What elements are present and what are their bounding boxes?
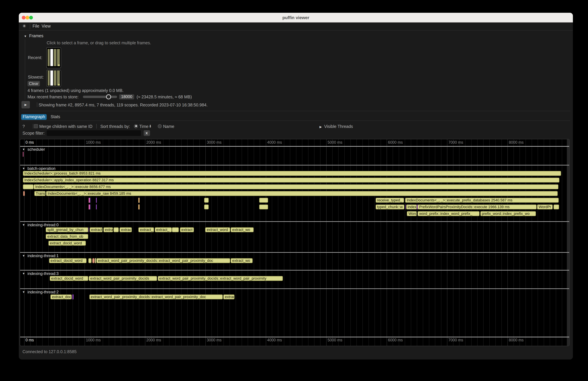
help-button[interactable]: ? (22, 124, 25, 129)
scope-span[interactable]: IndexDocuments<_, _>::execute_prefix_dat… (405, 198, 559, 203)
scope-span[interactable]: extract_ (155, 227, 172, 232)
thread-header-batch-operation[interactable]: ▼batch-operation (22, 166, 56, 171)
max-frames-slider[interactable] (83, 96, 117, 98)
scope-span[interactable] (88, 258, 91, 263)
scope-span[interactable] (90, 198, 90, 203)
sort-direction-icon[interactable]: ⬇ (149, 124, 152, 128)
scope-span[interactable] (23, 191, 25, 196)
slowest-frame-thumbnail[interactable] (46, 70, 61, 87)
sun-icon[interactable]: ✳ (22, 23, 26, 28)
scope-span[interactable]: Trans (34, 191, 46, 196)
frame-bar[interactable] (57, 49, 60, 66)
scope-span[interactable]: split_grenad_by_chun (46, 227, 88, 232)
scope-span[interactable]: extract_doc (50, 294, 72, 299)
scope-span[interactable] (23, 152, 23, 157)
sort-time-label[interactable]: Time (139, 124, 148, 129)
flamegraph-panel[interactable]: 0 ms0 ms1000 ms1000 ms2000 ms2000 ms3000… (20, 139, 569, 346)
scope-span[interactable] (88, 198, 90, 203)
scope-span[interactable]: IndexDocuments<_, _>::execute 8656.677 m… (34, 184, 558, 189)
frame-bar[interactable] (47, 49, 49, 66)
scope-span[interactable] (113, 227, 119, 232)
sort-name-label[interactable]: Name (163, 124, 174, 129)
scope-span[interactable]: extract (89, 227, 103, 232)
scope-span[interactable] (553, 204, 559, 210)
menu-file[interactable]: File (33, 24, 39, 28)
scope-span[interactable] (138, 204, 140, 210)
recent-frame-thumbnail[interactable] (46, 47, 61, 68)
thread-header-scheduler[interactable]: ▼scheduler (22, 147, 45, 152)
close-button[interactable] (22, 16, 25, 19)
scope-span[interactable]: IndexScheduler>::apply_index_operation 8… (23, 178, 559, 183)
scope-span[interactable] (88, 204, 90, 210)
scope-span[interactable] (259, 198, 268, 203)
scope-span[interactable]: PrefixWordPairsProximityDocids::execute … (418, 204, 537, 210)
max-frames-value[interactable]: 18000 (119, 94, 134, 99)
thread-header-indexing-thread:1[interactable]: ▼indexing-thread:1 (22, 254, 59, 258)
scope-span[interactable] (95, 258, 96, 263)
scope-span[interactable]: extrac (120, 227, 132, 232)
scope-span[interactable]: WordPr (537, 204, 553, 210)
visible-threads-header[interactable]: ▶ Visible Threads (319, 124, 353, 129)
scope-span[interactable]: extra (103, 227, 113, 232)
scope-span[interactable]: index (406, 204, 417, 210)
scope-span[interactable]: extract_docid_word (49, 258, 86, 263)
scope-span[interactable]: extrac (223, 294, 235, 299)
scope-span[interactable] (90, 204, 90, 210)
slider-handle[interactable] (106, 94, 111, 99)
tab-flamegraph[interactable]: Flamegraph (21, 114, 47, 120)
frame-bar[interactable] (54, 70, 56, 85)
scope-span[interactable] (96, 198, 97, 203)
scope-span[interactable] (92, 258, 95, 263)
scope-span[interactable]: extract_wo (231, 227, 253, 232)
maximize-button[interactable] (29, 16, 33, 19)
clear-button[interactable]: Clear (27, 81, 40, 86)
frame-bar[interactable] (50, 49, 53, 66)
scope-span[interactable] (204, 198, 209, 203)
thread-header-indexing-thread:3[interactable]: ▼indexing-thread:3 (22, 271, 59, 276)
scope-span[interactable] (417, 204, 417, 210)
merge-label[interactable]: Merge children with same ID (39, 124, 92, 129)
scope-span[interactable]: extract_word_pair_proximity_docids::extr… (96, 258, 230, 263)
clear-filter-button[interactable]: x (144, 130, 150, 136)
scope-span[interactable] (172, 227, 179, 232)
play-button[interactable]: ▶ (21, 101, 30, 108)
menu-view[interactable]: View (42, 24, 51, 28)
scope-span[interactable]: IndexScheduler>::process_batch 8953.821 … (23, 171, 561, 176)
scope-span[interactable]: typed_chunk::w (375, 204, 404, 210)
scope-span[interactable]: Word (407, 211, 417, 216)
radio-sort-name[interactable] (158, 124, 162, 128)
minimize-button[interactable] (25, 16, 29, 19)
scope-span[interactable]: extract_word (205, 227, 230, 232)
scope-span[interactable]: extract (180, 227, 194, 232)
titlebar[interactable]: puffin viewer (19, 13, 573, 22)
scope-filter-input[interactable] (46, 130, 141, 136)
thread-header-indexing-thread:2[interactable]: ▼indexing-thread:2 (22, 290, 59, 294)
scope-span[interactable]: extract_word_pair_proximity_docids::extr… (89, 294, 223, 299)
scope-span[interactable] (138, 198, 140, 203)
scope-span[interactable]: extract_wo (231, 258, 253, 263)
scope-span[interactable]: extract::data_from_ob (46, 234, 88, 239)
scroll-strip[interactable] (567, 139, 569, 346)
scope-span[interactable]: extract_ (138, 227, 154, 232)
frames-section-header[interactable]: ▼ Frames (24, 34, 43, 38)
scope-span[interactable]: prefix_word::index_prefix_wo (480, 211, 536, 216)
frame-bar[interactable] (57, 70, 60, 85)
scope-span[interactable] (23, 184, 33, 189)
merge-checkbox[interactable] (34, 124, 38, 128)
frame-bar[interactable] (50, 70, 53, 85)
scope-span[interactable] (405, 204, 406, 210)
frame-bar[interactable] (47, 70, 49, 85)
tab-stats[interactable]: Stats (50, 114, 61, 120)
scope-span[interactable]: extract_word_pair_proximity_docids::extr… (158, 276, 283, 281)
frame-bar[interactable] (54, 49, 56, 66)
radio-sort-time[interactable] (134, 124, 138, 128)
scope-span[interactable]: extract_docid_word (48, 241, 86, 246)
thread-header-indexing-thread:0[interactable]: ▼indexing-thread:0 (22, 223, 59, 227)
scope-span[interactable]: receive_typed_ (375, 198, 404, 203)
scope-span[interactable]: word_prefix::index_word_prefix_ (418, 211, 480, 216)
scope-span[interactable] (96, 204, 97, 210)
scope-span[interactable] (72, 294, 74, 299)
scope-span[interactable] (259, 204, 268, 210)
scope-span[interactable] (88, 227, 89, 232)
scope-span[interactable]: extract_word_pair_proximity_docids (89, 276, 157, 281)
